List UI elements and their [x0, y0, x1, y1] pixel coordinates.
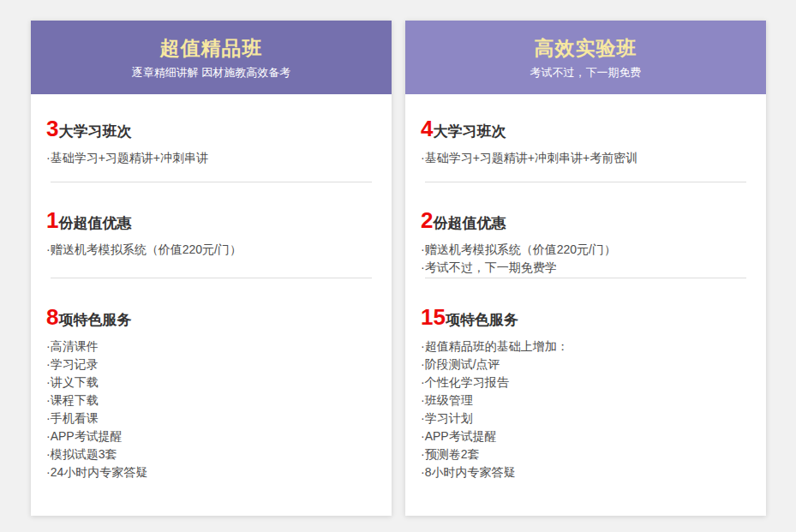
feature-item: ·班级管理 — [421, 392, 751, 409]
section-heading: 4大学习班次 — [421, 117, 751, 141]
section-heading: 15项特色服务 — [421, 306, 751, 330]
section-items: ·赠送机考模拟系统（价值220元/门） — [46, 241, 376, 259]
section-study-classes: 4大学习班次 ·基础学习+习题精讲+冲刺串讲+考前密训 — [405, 94, 766, 182]
card-body: 4大学习班次 ·基础学习+习题精讲+冲刺串讲+考前密训 2份超值优惠 ·赠送机考… — [405, 94, 766, 481]
feature-item: ·赠送机考模拟系统（价值220元/门） — [46, 241, 376, 259]
course-card-high-efficiency: 高效实验班 考试不过，下一期免费 4大学习班次 ·基础学习+习题精讲+冲刺串讲+… — [405, 21, 766, 516]
feature-item: ·高清课件 — [46, 338, 376, 356]
card-header: 超值精品班 逐章精细讲解 因材施教高效备考 — [31, 21, 392, 94]
feature-item: ·预测卷2套 — [421, 445, 751, 463]
section-heading-text: 份超值优惠 — [433, 215, 506, 231]
section-items: ·基础学习+习题精讲+冲刺串讲 — [46, 149, 376, 167]
feature-item: ·24小时内专家答疑 — [46, 463, 376, 481]
card-subtitle: 考试不过，下一期免费 — [405, 65, 766, 81]
course-card-super-value: 超值精品班 逐章精细讲解 因材施教高效备考 3大学习班次 ·基础学习+习题精讲+… — [31, 21, 392, 516]
section-heading-text: 份超值优惠 — [58, 215, 131, 231]
section-count: 3 — [46, 116, 58, 141]
feature-item: ·8小时内专家答疑 — [421, 463, 751, 481]
feature-item: ·讲义下载 — [46, 374, 376, 392]
feature-item: ·基础学习+习题精讲+冲刺串讲 — [46, 149, 376, 167]
section-featured-services: 15项特色服务 ·超值精品班的基础上增加：·阶段测试/点评·个性化学习报告·班级… — [405, 278, 766, 481]
feature-item: ·考试不过，下一期免费学 — [421, 259, 751, 277]
section-items: ·超值精品班的基础上增加：·阶段测试/点评·个性化学习报告·班级管理·学习计划·… — [421, 338, 751, 481]
section-discounts: 2份超值优惠 ·赠送机考模拟系统（价值220元/门）·考试不过，下一期免费学 — [405, 182, 766, 278]
section-count: 2 — [421, 207, 433, 233]
section-items: ·高清课件·学习记录·讲义下载·课程下载·手机看课·APP考试提醒·模拟试题3套… — [46, 338, 376, 481]
section-heading-text: 大学习班次 — [58, 123, 131, 140]
feature-item: ·阶段测试/点评 — [421, 356, 751, 374]
feature-item: ·赠送机考模拟系统（价值220元/门） — [421, 241, 751, 259]
section-study-classes: 3大学习班次 ·基础学习+习题精讲+冲刺串讲 — [31, 94, 392, 182]
section-heading: 8项特色服务 — [46, 306, 376, 330]
card-body: 3大学习班次 ·基础学习+习题精讲+冲刺串讲 1份超值优惠 ·赠送机考模拟系统（… — [31, 94, 392, 481]
section-heading: 3大学习班次 — [46, 117, 376, 141]
feature-item: ·个性化学习报告 — [421, 374, 751, 392]
card-title: 超值精品班 — [31, 36, 392, 60]
feature-item: ·学习记录 — [46, 356, 376, 374]
section-heading-text: 项特色服务 — [58, 312, 131, 328]
feature-item: ·手机看课 — [46, 409, 376, 427]
feature-item: ·APP考试提醒 — [421, 427, 751, 445]
feature-item: ·学习计划 — [421, 409, 751, 427]
section-heading-text: 大学习班次 — [433, 123, 506, 140]
section-items: ·赠送机考模拟系统（价值220元/门）·考试不过，下一期免费学 — [421, 241, 751, 277]
section-items: ·基础学习+习题精讲+冲刺串讲+考前密训 — [421, 149, 751, 167]
feature-item: ·基础学习+习题精讲+冲刺串讲+考前密训 — [421, 149, 751, 167]
feature-item: ·模拟试题3套 — [46, 445, 376, 463]
section-count: 15 — [421, 304, 446, 330]
section-featured-services: 8项特色服务 ·高清课件·学习记录·讲义下载·课程下载·手机看课·APP考试提醒… — [31, 278, 392, 481]
feature-item: ·课程下载 — [46, 392, 376, 409]
card-title: 高效实验班 — [405, 36, 766, 60]
course-comparison: 超值精品班 逐章精细讲解 因材施教高效备考 3大学习班次 ·基础学习+习题精讲+… — [0, 0, 796, 516]
section-heading-text: 项特色服务 — [446, 312, 518, 328]
section-heading: 2份超值优惠 — [421, 209, 751, 233]
feature-item: ·超值精品班的基础上增加： — [421, 338, 751, 356]
card-subtitle: 逐章精细讲解 因材施教高效备考 — [31, 65, 392, 81]
card-header: 高效实验班 考试不过，下一期免费 — [405, 21, 766, 94]
section-count: 1 — [46, 207, 58, 233]
section-heading: 1份超值优惠 — [46, 209, 376, 233]
feature-item: ·APP考试提醒 — [46, 427, 376, 445]
section-discounts: 1份超值优惠 ·赠送机考模拟系统（价值220元/门） — [31, 182, 392, 278]
section-count: 8 — [46, 304, 58, 330]
section-count: 4 — [421, 116, 433, 141]
